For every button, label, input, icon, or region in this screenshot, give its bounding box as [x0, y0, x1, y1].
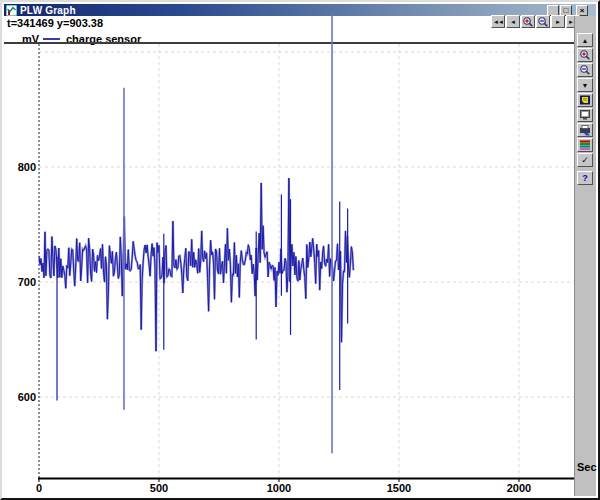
zoom-in-horizontal-button[interactable]	[521, 15, 535, 28]
double-left-arrow-icon: ◄◄	[493, 19, 503, 25]
x-axis-unit-label: Sec	[577, 461, 597, 473]
display-options-button[interactable]	[577, 108, 593, 122]
svg-text:1500: 1500	[387, 482, 411, 494]
svg-text:1000: 1000	[267, 482, 291, 494]
window-title: PLW Graph	[20, 5, 76, 16]
right-toolbar: ▲ ▼	[574, 16, 596, 496]
cursor-readout: t=341469 y=903.38	[7, 17, 103, 29]
svg-text:800: 800	[18, 161, 36, 173]
svg-text:600: 600	[18, 391, 36, 403]
colour-stripes-icon	[579, 139, 591, 151]
svg-text:700: 700	[18, 276, 36, 288]
scroll-down-button[interactable]: ▼	[577, 78, 593, 92]
colour-settings-button[interactable]	[577, 138, 593, 152]
zoom-in-vertical-button[interactable]	[577, 48, 593, 62]
svg-text:500: 500	[150, 482, 168, 494]
magnifier-plus-icon	[579, 49, 591, 61]
question-mark-icon: ?	[582, 174, 588, 183]
magnifier-plus-icon	[522, 16, 534, 28]
print-view-button[interactable]	[577, 123, 593, 137]
scroll-left-button[interactable]: ◄	[506, 15, 520, 28]
zoom-out-horizontal-button[interactable]	[536, 15, 550, 28]
scroll-up-button[interactable]: ▲	[577, 33, 593, 47]
svg-text:0: 0	[36, 482, 42, 494]
up-arrow-icon: ▲	[582, 37, 589, 44]
left-arrow-icon: ◄	[510, 19, 516, 25]
plw-graph-window: PLW Graph _ □ × t=341469 y=903.38 ◄◄ ◄ ►…	[0, 0, 600, 500]
printer-icon	[579, 124, 591, 136]
notes-icon	[579, 94, 591, 106]
magnifier-minus-icon	[579, 64, 591, 76]
svg-text:2000: 2000	[507, 482, 531, 494]
app-icon	[6, 5, 17, 16]
maximize-icon: □	[564, 6, 569, 15]
page-left-button[interactable]: ◄◄	[491, 15, 505, 28]
help-button[interactable]: ?	[577, 171, 593, 185]
legend-line-sample	[43, 38, 60, 40]
select-channels-button[interactable]: ✓	[577, 153, 593, 167]
view-notes-button[interactable]	[577, 93, 593, 107]
checkmark-icon: ✓	[581, 156, 589, 165]
plot-area[interactable]	[39, 44, 576, 478]
close-icon: ×	[580, 6, 585, 15]
magnifier-minus-icon	[537, 16, 549, 28]
monitor-icon	[579, 109, 591, 121]
zoom-out-vertical-button[interactable]	[577, 63, 593, 77]
scroll-right-button[interactable]: ►	[551, 15, 565, 28]
right-arrow-icon: ►	[555, 19, 561, 25]
down-arrow-icon: ▼	[582, 82, 589, 89]
